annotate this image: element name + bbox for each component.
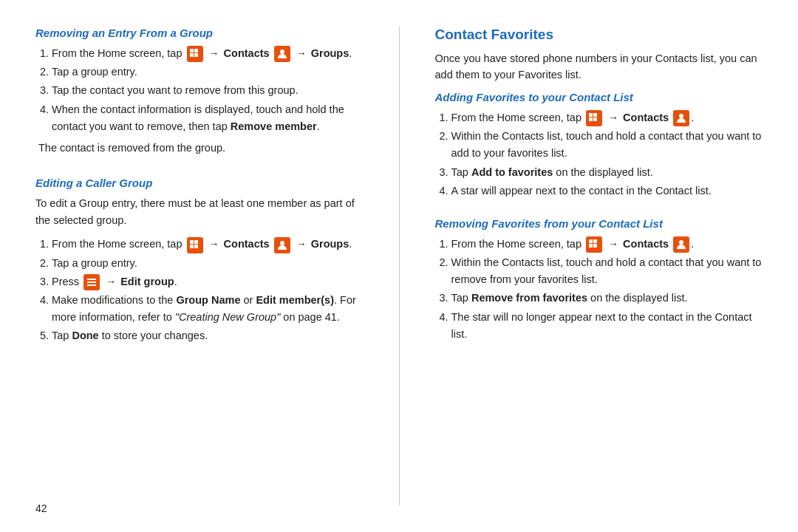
- section-removing-entry: Removing an Entry From a Group From the …: [35, 27, 364, 163]
- contacts-label: Contacts: [224, 238, 270, 250]
- grid-icon: [187, 237, 203, 253]
- svg-rect-10: [87, 279, 96, 280]
- contact-favorites-intro: Once you have stored phone numbers in yo…: [435, 50, 763, 83]
- editing-intro: To edit a Group entry, there must be at …: [35, 195, 364, 228]
- grid-icon: [586, 110, 602, 126]
- list-item: Press → Edit group.: [52, 273, 364, 290]
- contact-icon: [673, 110, 689, 126]
- svg-rect-7: [190, 245, 194, 248]
- svg-rect-13: [589, 113, 593, 117]
- arrow: →: [608, 238, 618, 250]
- list-item: Tap the contact you want to remove from …: [52, 82, 364, 99]
- list-item: From the Home screen, tap → Contacts .: [451, 109, 763, 126]
- svg-rect-16: [593, 117, 597, 121]
- list-item: Within the Contacts list, touch and hold…: [451, 128, 763, 162]
- svg-rect-1: [194, 49, 198, 52]
- svg-rect-3: [194, 53, 198, 57]
- svg-rect-12: [87, 284, 96, 286]
- svg-rect-18: [589, 239, 593, 243]
- remove-from-favorites-label: Remove from favorites: [471, 292, 587, 304]
- list-item: Within the Contacts list, touch and hold…: [451, 254, 763, 288]
- svg-rect-15: [589, 117, 593, 121]
- svg-rect-21: [593, 244, 597, 248]
- main-heading-contact-favorites: Contact Favorites: [435, 27, 763, 43]
- svg-point-22: [679, 240, 683, 245]
- groups-label: Groups: [311, 238, 349, 250]
- arrow2: →: [296, 238, 307, 250]
- edit-group-label: Edit group: [120, 276, 174, 287]
- arrow2: →: [296, 47, 307, 59]
- arrow: →: [106, 276, 116, 287]
- page-container: Removing an Entry From a Group From the …: [0, 0, 798, 532]
- list-item: Make modifications to the Group Name or …: [52, 292, 364, 326]
- list-item: The star will no longer appear next to t…: [451, 309, 763, 343]
- remove-member-label: Remove member: [231, 120, 317, 132]
- groups-label: Groups: [311, 47, 349, 59]
- section-adding-favorites: Adding Favorites to your Contact List Fr…: [435, 91, 763, 204]
- list-item: From the Home screen, tap → Contacts → G…: [52, 236, 364, 253]
- done-label: Done: [72, 330, 98, 341]
- list-item: From the Home screen, tap → Contacts .: [451, 236, 763, 253]
- section-heading-editing: Editing a Caller Group: [35, 177, 364, 189]
- arrow: →: [209, 47, 219, 59]
- list-item: A star will appear next to the contact i…: [451, 183, 763, 200]
- left-column: Removing an Entry From a Group From the …: [35, 27, 364, 505]
- page-number: 42: [35, 502, 47, 514]
- list-item: Tap a group entry.: [52, 64, 364, 81]
- menu-icon: [83, 274, 100, 290]
- list-item: Tap a group entry.: [52, 255, 364, 272]
- svg-rect-0: [190, 49, 194, 52]
- svg-point-4: [280, 50, 284, 54]
- list-item: When the contact information is displaye…: [52, 101, 364, 135]
- svg-rect-6: [194, 240, 198, 244]
- list-item: Tap Add to favorites on the displayed li…: [451, 164, 763, 181]
- svg-rect-5: [190, 240, 194, 244]
- section-removing-favorites: Removing Favorites from your Contact Lis…: [435, 217, 763, 347]
- add-to-favorites-label: Add to favorites: [471, 166, 553, 178]
- contact-icon: [673, 236, 689, 253]
- removing-entry-list: From the Home screen, tap → Contacts → G…: [35, 45, 364, 135]
- list-item: Tap Remove from favorites on the display…: [451, 290, 763, 307]
- svg-point-9: [280, 241, 284, 245]
- svg-rect-8: [194, 245, 198, 248]
- adding-favorites-list: From the Home screen, tap → Contacts . W…: [435, 109, 763, 200]
- contact-icon: [274, 46, 290, 62]
- group-name-label: Group Name: [176, 294, 240, 306]
- svg-rect-14: [593, 113, 597, 117]
- section-editing-group: Editing a Caller Group To edit a Group e…: [35, 177, 364, 349]
- grid-icon: [187, 46, 203, 62]
- column-divider: [399, 27, 400, 505]
- grid-icon: [586, 236, 602, 253]
- svg-rect-11: [87, 282, 96, 283]
- contacts-label: Contacts: [623, 112, 669, 123]
- list-item: From the Home screen, tap → Contacts → G…: [52, 45, 364, 62]
- contact-icon: [274, 237, 290, 253]
- edit-members-label: Edit member(s): [256, 294, 334, 306]
- contacts-label: Contacts: [623, 238, 669, 250]
- section-heading-removing: Removing an Entry From a Group: [35, 27, 364, 39]
- right-column: Contact Favorites Once you have stored p…: [435, 27, 763, 505]
- section-heading-removing-fav: Removing Favorites from your Contact Lis…: [435, 217, 763, 230]
- list-item: Tap Done to store your changes.: [52, 327, 364, 344]
- svg-rect-19: [593, 239, 597, 243]
- svg-rect-2: [190, 53, 194, 57]
- removing-favorites-list: From the Home screen, tap → Contacts . W…: [435, 236, 763, 343]
- arrow: →: [608, 112, 618, 123]
- creating-group-ref: "Creating New Group": [175, 311, 280, 323]
- svg-point-17: [679, 114, 683, 118]
- editing-list: From the Home screen, tap → Contacts → G…: [35, 236, 364, 344]
- section-heading-adding: Adding Favorites to your Contact List: [435, 91, 763, 103]
- note-text: The contact is removed from the group.: [38, 140, 364, 156]
- contacts-label: Contacts: [224, 47, 270, 59]
- svg-rect-20: [589, 244, 593, 248]
- arrow: →: [209, 238, 219, 250]
